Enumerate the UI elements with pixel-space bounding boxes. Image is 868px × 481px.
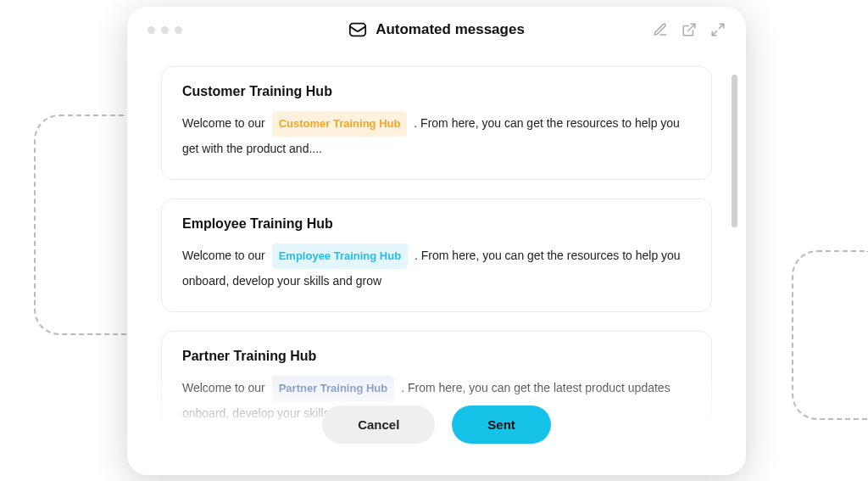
card-title: Partner Training Hub xyxy=(182,349,691,364)
expand-icon[interactable] xyxy=(710,22,726,37)
traffic-lights xyxy=(147,26,182,34)
traffic-dot xyxy=(175,26,182,34)
card-title: Employee Training Hub xyxy=(182,216,691,232)
app-window: Automated messages Customer Training Hub… xyxy=(127,7,746,475)
svg-line-2 xyxy=(720,24,724,28)
scrollbar-thumb[interactable] xyxy=(732,75,737,227)
sent-button[interactable]: Sent xyxy=(452,405,551,444)
cancel-button[interactable]: Cancel xyxy=(322,405,435,444)
svg-line-1 xyxy=(688,24,695,31)
decorative-dashed-right xyxy=(792,250,868,420)
external-link-icon[interactable] xyxy=(682,22,697,37)
variable-tag: Employee Training Hub xyxy=(272,243,408,269)
edit-icon[interactable] xyxy=(653,22,668,37)
mail-icon xyxy=(348,20,367,39)
message-card[interactable]: Customer Training Hub Welcome to our Cus… xyxy=(161,66,712,180)
traffic-dot xyxy=(161,26,169,34)
card-body: Welcome to our Customer Training Hub . F… xyxy=(182,111,691,160)
titlebar: Automated messages xyxy=(127,7,746,46)
footer: Cancel Sent xyxy=(127,373,746,475)
card-prefix: Welcome to our xyxy=(182,116,265,130)
svg-line-3 xyxy=(712,31,716,36)
traffic-dot xyxy=(147,26,155,34)
variable-tag: Customer Training Hub xyxy=(272,111,408,137)
svg-rect-0 xyxy=(350,24,365,36)
message-card[interactable]: Employee Training Hub Welcome to our Emp… xyxy=(161,199,712,312)
window-title: Automated messages xyxy=(376,21,525,38)
card-prefix: Welcome to our xyxy=(182,249,265,262)
card-body: Welcome to our Employee Training Hub . F… xyxy=(182,243,691,293)
card-title: Customer Training Hub xyxy=(182,84,691,99)
